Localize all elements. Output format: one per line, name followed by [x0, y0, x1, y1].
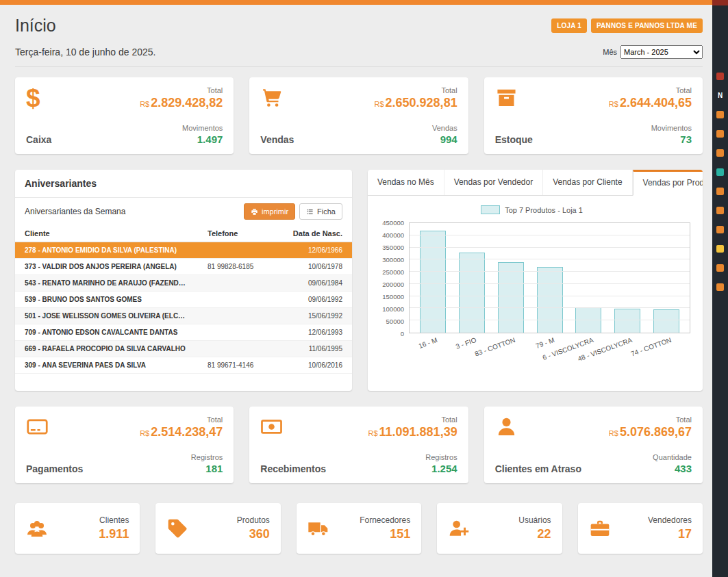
sidebar-shortcut-2-icon[interactable]	[716, 130, 724, 138]
mini-label: Fornecedores	[360, 515, 410, 525]
card-clientes[interactable]: Clientes 1.911	[15, 503, 140, 554]
table-row[interactable]: 278 - ANTONIO EMIDIO DA SILVA (PALESTINA…	[15, 242, 352, 259]
sidebar-shortcut-3-icon[interactable]	[716, 149, 724, 157]
bar-chart: 0500001000001500002000002500003000003500…	[373, 222, 690, 333]
card-fornecedores[interactable]: Fornecedores 151	[297, 503, 421, 554]
month-select[interactable]: March - 2025	[620, 45, 703, 59]
sidebar-shortcut-1-icon[interactable]	[716, 111, 724, 118]
col-cliente: Cliente	[15, 225, 198, 242]
card-usuarios[interactable]: Usuários 22	[437, 503, 562, 554]
x-label-slot: 83 - COTTON	[491, 333, 530, 369]
tab-vendas-por-cliente[interactable]: Vendas por Cliente	[543, 170, 632, 195]
sidebar-n-badge[interactable]: N	[716, 92, 724, 99]
store-badge[interactable]: LOJA 1	[551, 18, 587, 33]
birthday-table-body: 278 - ANTONIO EMIDIO DA SILVA (PALESTINA…	[15, 242, 352, 374]
cell-cliente: 709 - ANTONIO EDSON CAVALCANTE DANTAS	[15, 324, 198, 341]
card-clientes-em-atraso[interactable]: Clientes em Atraso Total R$5.076.869,67 …	[484, 407, 703, 483]
amount: 11.091.881,39	[379, 425, 457, 439]
table-row[interactable]: 669 - RAFAELA PROCOPIO DA SILVA CARVALHO…	[15, 341, 352, 357]
total-label: Total	[207, 86, 223, 94]
total-value: R$2.644.404,65	[609, 96, 692, 110]
list-icon	[306, 208, 314, 216]
cell-data-nasc: 11/06/1995	[280, 341, 352, 357]
sidebar-shortcut-10-icon[interactable]	[716, 283, 724, 291]
card-produtos[interactable]: Produtos 360	[155, 503, 280, 554]
mini-value: 17	[678, 527, 692, 541]
company-badge[interactable]: PANNOS E PANNOS LTDA ME	[591, 18, 703, 33]
cell-cliente: 543 - RENATO MARINHO DE ARAUJO (FAZEND…	[15, 275, 198, 292]
y-tick-label: 0	[401, 330, 404, 337]
legend-swatch	[481, 205, 500, 214]
count-value: 1.497	[197, 133, 223, 145]
briefcase-icon	[589, 517, 611, 539]
money-icon	[260, 415, 326, 443]
card-pagamentos[interactable]: Pagamentos Total R$2.514.238,47 Registro…	[15, 407, 234, 483]
gridline	[410, 235, 690, 235]
sidebar-shortcut-5-icon[interactable]	[716, 188, 724, 195]
table-header-row: Cliente Telefone Data de Nasc.	[15, 225, 352, 242]
card-recebimentos[interactable]: Recebimentos Total R$11.091.881,39 Regis…	[249, 407, 468, 483]
top-accent-bar	[0, 0, 712, 5]
dollar-icon: $	[26, 86, 51, 114]
table-row[interactable]: 373 - VALDIR DOS ANJOS PEREIRA (ANGELA)8…	[15, 259, 352, 275]
gridline	[410, 296, 690, 296]
right-sidebar[interactable]: N	[712, 0, 728, 577]
card-vendedores[interactable]: Vendedores 17	[578, 503, 703, 554]
date-row: Terça-feira, 10 de junho de 2025. Mês Ma…	[15, 45, 703, 67]
birthdays-subtitle: Aniversariantes da Semana	[25, 207, 125, 216]
table-row[interactable]: 543 - RENATO MARINHO DE ARAUJO (FAZEND…0…	[15, 275, 352, 292]
ficha-button-label: Ficha	[317, 207, 336, 216]
table-row[interactable]: 501 - JOSE WELISSON GOMES OLIVEIRA (ELC……	[15, 308, 352, 324]
sidebar-alert-icon[interactable]	[716, 73, 724, 80]
x-tick-label: 79 - M	[534, 336, 555, 350]
table-row[interactable]: 539 - BRUNO DOS SANTOS GOMES09/06/1992	[15, 292, 352, 308]
col-data-nasc: Data de Nasc.	[280, 225, 352, 242]
print-button-label: imprimir	[262, 207, 288, 216]
total-value: R$2.829.428,82	[140, 96, 223, 110]
y-tick-label: 400000	[382, 231, 404, 239]
sidebar-shortcut-7-icon[interactable]	[716, 226, 724, 233]
card-vendas[interactable]: Vendas Total R$2.650.928,81 Vendas 994	[249, 77, 468, 154]
bar-74-cotton	[653, 309, 679, 333]
table-row[interactable]: 709 - ANTONIO EDSON CAVALCANTE DANTAS12/…	[15, 324, 352, 341]
cell-data-nasc: 10/06/1978	[280, 259, 352, 275]
sidebar-shortcut-4-icon[interactable]	[716, 168, 724, 176]
currency-label: R$	[609, 429, 618, 437]
cell-telefone	[198, 308, 280, 324]
card-title: Pagamentos	[26, 463, 83, 474]
header-badges: LOJA 1 PANNOS E PANNOS LTDA ME	[551, 18, 703, 33]
cart-icon	[260, 86, 294, 114]
total-label: Total	[676, 415, 692, 424]
table-row[interactable]: 309 - ANA SEVERINA PAES DA SILVA81 99671…	[15, 357, 352, 374]
mini-cards-row: Clientes 1.911 Produtos 360 Fornecedores…	[15, 503, 703, 554]
stat-cards-top-row: $ Caixa Total R$2.829.428,82 Movimentos …	[15, 77, 703, 154]
card-estoque[interactable]: Estoque Total R$2.644.404,65 Movimentos …	[484, 77, 703, 154]
amount: 2.514.238,47	[151, 425, 223, 439]
print-button[interactable]: imprimir	[244, 203, 295, 220]
sidebar-shortcut-9-icon[interactable]	[716, 264, 724, 272]
tab-vendas-por-vendedor[interactable]: Vendas por Vendedor	[444, 170, 543, 195]
chart-x-labels: 16 - M3 - FIO83 - COTTON79 - M6 - VISCOL…	[409, 333, 690, 369]
total-value: R$5.076.869,67	[609, 425, 692, 439]
card-caixa[interactable]: $ Caixa Total R$2.829.428,82 Movimentos …	[15, 77, 234, 154]
gridline	[410, 247, 690, 248]
tab-vendas-por-produto[interactable]: Vendas por Produto	[633, 170, 703, 196]
amount: 5.076.869,67	[620, 425, 692, 439]
cell-telefone	[198, 242, 280, 259]
count-label: Registros	[191, 453, 223, 461]
tag-icon	[166, 517, 188, 539]
bar-slot	[647, 223, 686, 333]
gridline	[410, 271, 690, 272]
y-tick-label: 300000	[382, 256, 404, 264]
card-title: Vendas	[260, 134, 294, 145]
count-value: 433	[675, 463, 692, 474]
count-value: 73	[680, 133, 692, 145]
y-tick-label: 100000	[382, 305, 404, 313]
sidebar-shortcut-6-icon[interactable]	[716, 207, 724, 214]
tab-vendas-no-m-s[interactable]: Vendas no Mês	[368, 170, 444, 195]
cell-telefone	[198, 275, 280, 292]
total-label: Total	[441, 86, 457, 94]
sidebar-shortcut-8-icon[interactable]	[716, 245, 724, 253]
ficha-button[interactable]: Ficha	[299, 203, 342, 220]
y-tick-label: 450000	[382, 219, 404, 227]
